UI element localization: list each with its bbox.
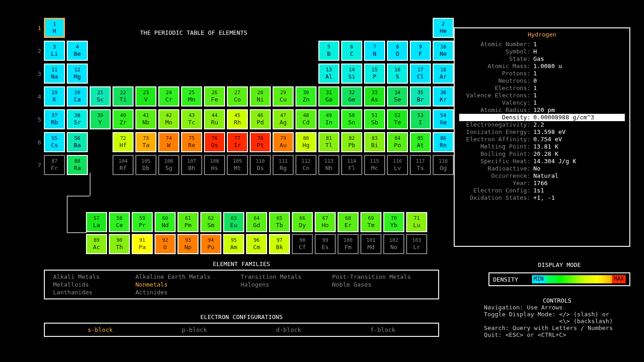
config-s-block[interactable]: s-block: [53, 326, 147, 333]
element-F[interactable]: 9F: [410, 41, 431, 61]
element-Fm[interactable]: 100Fm: [338, 234, 359, 254]
family-lanthanides[interactable]: Lanthanides: [53, 289, 135, 296]
element-Yb[interactable]: 70Yb: [383, 212, 404, 232]
element-Nh[interactable]: 113Nh: [318, 155, 339, 175]
family-transition-metals[interactable]: Transition Metals: [241, 273, 332, 280]
element-Ta[interactable]: 73Ta: [135, 132, 156, 152]
info-row-13[interactable]: Electron Affinity:0.754 eV: [459, 136, 625, 143]
info-row-10[interactable]: Density:0.00008988 g/cm^3: [459, 114, 625, 121]
element-Mt[interactable]: 109Mt: [227, 155, 248, 175]
info-row-1[interactable]: Symbol:H: [459, 48, 625, 55]
element-Ni[interactable]: 28Ni: [250, 86, 271, 106]
element-Sb[interactable]: 51Sb: [364, 109, 385, 129]
element-Sc[interactable]: 21Sc: [90, 86, 111, 106]
element-Nd[interactable]: 60Nd: [155, 212, 176, 232]
element-Nb[interactable]: 41Nb: [135, 109, 156, 129]
element-Ga[interactable]: 31Ga: [318, 86, 339, 106]
element-Pd[interactable]: 46Pd: [250, 109, 271, 129]
element-U[interactable]: 92U: [155, 234, 176, 254]
element-Hs[interactable]: 108Hs: [204, 155, 225, 175]
config-f-block[interactable]: f-block: [336, 326, 430, 333]
element-Lv[interactable]: 116Lv: [387, 155, 408, 175]
element-Es[interactable]: 99Es: [315, 234, 336, 254]
element-C[interactable]: 6C: [341, 41, 362, 61]
display-mode-panel[interactable]: DENSITY MIN MAX: [488, 272, 630, 286]
element-He[interactable]: 2He: [433, 18, 454, 38]
info-row-8[interactable]: Valency:1: [459, 99, 625, 106]
element-Rf[interactable]: 104Rf: [113, 155, 134, 175]
info-row-0[interactable]: Atomic Number:1: [459, 41, 625, 48]
config-p-block[interactable]: p-block: [147, 326, 242, 333]
element-K[interactable]: 19K: [44, 86, 65, 106]
element-Mn[interactable]: 25Mn: [181, 86, 202, 106]
element-Br[interactable]: 35Br: [410, 86, 431, 106]
element-Ru[interactable]: 44Ru: [204, 109, 225, 129]
element-La[interactable]: 57La: [86, 212, 107, 232]
element-Sn[interactable]: 50Sn: [341, 109, 362, 129]
element-Cm[interactable]: 96Cm: [246, 234, 267, 254]
element-Og[interactable]: 118Og: [433, 155, 454, 175]
element-Tb[interactable]: 65Tb: [269, 212, 290, 232]
element-H[interactable]: 1H: [44, 18, 65, 38]
element-Bk[interactable]: 97Bk: [269, 234, 290, 254]
element-Tl[interactable]: 81Tl: [318, 132, 339, 152]
info-row-11[interactable]: Electronegativity:2.2: [459, 121, 625, 128]
info-row-17[interactable]: Radioactive:No: [459, 165, 625, 172]
family-metalloids[interactable]: Metalloids: [53, 281, 135, 288]
element-Cu[interactable]: 29Cu: [273, 86, 294, 106]
info-row-7[interactable]: Valence Electrons:1: [459, 92, 625, 99]
element-Cd[interactable]: 48Cd: [295, 109, 317, 129]
element-N[interactable]: 7N: [364, 41, 385, 61]
element-Hf[interactable]: 72Hf: [113, 132, 134, 152]
info-row-6[interactable]: Electrons:1: [459, 85, 625, 92]
element-At[interactable]: 85At: [410, 132, 431, 152]
element-Mo[interactable]: 42Mo: [158, 109, 179, 129]
element-Rg[interactable]: 111Rg: [273, 155, 294, 175]
element-Te[interactable]: 52Te: [387, 109, 408, 129]
info-row-14[interactable]: Melting Point:13.81 K: [459, 143, 625, 150]
element-Ti[interactable]: 22Ti: [113, 86, 134, 106]
element-Rh[interactable]: 45Rh: [227, 109, 248, 129]
element-Ce[interactable]: 58Ce: [109, 212, 130, 232]
element-Sm[interactable]: 62Sm: [200, 212, 221, 232]
element-Bh[interactable]: 107Bh: [181, 155, 202, 175]
element-Ir[interactable]: 77Ir: [227, 132, 248, 152]
info-row-21[interactable]: Oxidation States:+1, -1: [459, 194, 625, 202]
element-Tm[interactable]: 69Tm: [360, 212, 381, 232]
element-Ho[interactable]: 67Ho: [315, 212, 336, 232]
family-noble-gases[interactable]: Noble Gases: [332, 281, 437, 288]
family-nonmetals[interactable]: Nonmetals: [135, 281, 241, 288]
element-Mc[interactable]: 115Mc: [364, 155, 385, 175]
element-Lr[interactable]: 103Lr: [406, 234, 427, 254]
element-Cr[interactable]: 24Cr: [158, 86, 179, 106]
element-Pb[interactable]: 82Pb: [341, 132, 362, 152]
info-row-9[interactable]: Atomic Radius:120 pm: [459, 106, 625, 114]
element-Rb[interactable]: 37Rb: [44, 109, 65, 129]
element-Cn[interactable]: 112Cn: [295, 155, 317, 175]
family-alkali-metals[interactable]: Alkali Metals: [53, 273, 135, 280]
element-No[interactable]: 102No: [383, 234, 404, 254]
element-Am[interactable]: 95Am: [223, 234, 244, 254]
element-Y[interactable]: 39Y: [90, 109, 111, 129]
info-row-15[interactable]: Boiling Point:20.28 K: [459, 150, 625, 158]
element-Hg[interactable]: 80Hg: [295, 132, 317, 152]
element-Po[interactable]: 84Po: [387, 132, 408, 152]
element-Si[interactable]: 14Si: [341, 64, 362, 84]
element-Ba[interactable]: 56Ba: [67, 132, 88, 152]
family-actinides[interactable]: Actinides: [135, 289, 241, 296]
element-Pt[interactable]: 78Pt: [250, 132, 271, 152]
element-Mg[interactable]: 12Mg: [67, 64, 88, 84]
element-I[interactable]: 53I: [410, 109, 431, 129]
element-Ds[interactable]: 110Ds: [250, 155, 271, 175]
element-Ca[interactable]: 20Ca: [67, 86, 88, 106]
element-Cl[interactable]: 17Cl: [410, 64, 431, 84]
element-Ra[interactable]: 88Ra: [67, 155, 88, 175]
element-Xe[interactable]: 54Xe: [433, 109, 454, 129]
element-P[interactable]: 15P: [364, 64, 385, 84]
element-Au[interactable]: 79Au: [273, 132, 294, 152]
element-Pa[interactable]: 91Pa: [132, 234, 153, 254]
element-Sg[interactable]: 106Sg: [158, 155, 179, 175]
info-row-19[interactable]: Year:1766: [459, 180, 625, 187]
element-Co[interactable]: 27Co: [227, 86, 248, 106]
element-Al[interactable]: 13Al: [318, 64, 339, 84]
